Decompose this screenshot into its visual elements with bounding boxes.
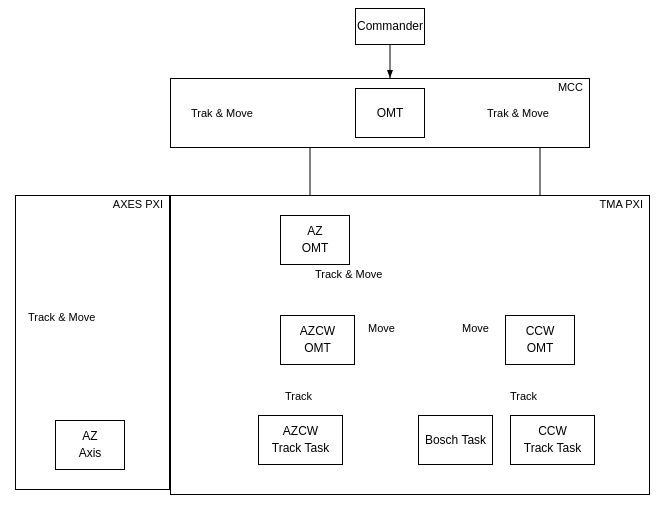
bosch-task-box: Bosch Task xyxy=(418,415,493,465)
track-right-label: Track xyxy=(510,390,537,402)
azcw-track-box: AZCW Track Task xyxy=(258,415,343,465)
omt-label: OMT xyxy=(377,105,404,122)
az-axis-box: AZ Axis xyxy=(55,420,125,470)
ccw-omt-label: CCW OMT xyxy=(526,323,555,357)
move-left-label: Move xyxy=(368,322,395,334)
diagram: Commander MCC Trak & Move Trak & Move OM… xyxy=(0,0,663,512)
ccw-omt-box: CCW OMT xyxy=(505,315,575,365)
az-axis-label: AZ Axis xyxy=(79,428,102,462)
track-left-label: Track xyxy=(285,390,312,402)
mcc-label: MCC xyxy=(558,81,583,93)
omt-box: OMT xyxy=(355,88,425,138)
trak-move-left-label: Trak & Move xyxy=(191,107,253,119)
trak-move-right-label: Trak & Move xyxy=(487,107,549,119)
azcw-omt-label: AZCW OMT xyxy=(300,323,335,357)
bosch-task-label: Bosch Task xyxy=(425,432,486,449)
tma-pxi-label: TMA PXI xyxy=(600,198,643,210)
track-move-label: Track & Move xyxy=(315,268,382,280)
axes-pxi-label: AXES PXI xyxy=(113,198,163,210)
az-omt-label: AZ OMT xyxy=(302,223,329,257)
az-omt-box: AZ OMT xyxy=(280,215,350,265)
ccw-track-box: CCW Track Task xyxy=(510,415,595,465)
azcw-track-label: AZCW Track Task xyxy=(272,423,329,457)
track-move-axes-label: Track & Move xyxy=(28,311,95,323)
ccw-track-label: CCW Track Task xyxy=(524,423,581,457)
commander-box: Commander xyxy=(355,8,425,45)
move-right-label: Move xyxy=(462,322,489,334)
commander-label: Commander xyxy=(357,18,423,35)
azcw-omt-box: AZCW OMT xyxy=(280,315,355,365)
